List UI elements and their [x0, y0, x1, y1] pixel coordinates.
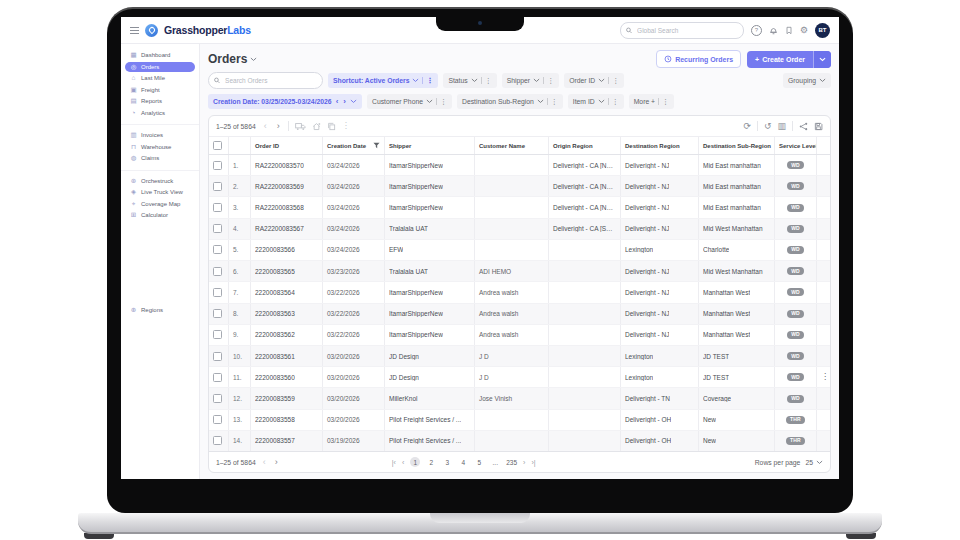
col-header-shipper[interactable]: Shipper	[385, 137, 475, 154]
table-row[interactable]: 12. 22200083559 03/20/2026 MillerKnol Jo…	[209, 388, 830, 409]
sidebar-item-analytics[interactable]: ◔Analytics	[125, 108, 195, 119]
next-page-icon[interactable]: ›	[523, 459, 525, 466]
kebab-icon[interactable]: ⋮	[658, 98, 669, 105]
sidebar-item-claims[interactable]: ◍Claims	[125, 153, 195, 164]
row-checkbox[interactable]	[213, 394, 222, 403]
order-id-link[interactable]: 22200083558	[255, 416, 295, 423]
kebab-icon[interactable]: ⋮	[543, 77, 554, 84]
shipper-link[interactable]: ItamarShipperNew	[389, 162, 443, 169]
bell-icon[interactable]	[769, 26, 778, 35]
next-range-icon[interactable]: ›	[342, 98, 347, 106]
copy-icon[interactable]	[327, 122, 336, 131]
destination-sub-region-link[interactable]: Charlotte	[703, 246, 729, 253]
destination-region-link[interactable]: Deliveright - TN	[625, 395, 670, 402]
destination-region-link[interactable]: Deliveright - NJ	[625, 310, 669, 317]
row-checkbox[interactable]	[213, 436, 222, 445]
shipper-link[interactable]: EFW	[389, 246, 403, 253]
table-row[interactable]: 11. 22200083560 03/20/2026 JD Design J D…	[209, 367, 830, 388]
truck-icon[interactable]	[295, 122, 306, 131]
order-id-link[interactable]: RA22200083570	[255, 162, 304, 169]
shipper-link[interactable]: ItamarShipperNew	[389, 183, 443, 190]
table-row[interactable]: 1. RA22200083570 03/24/2026 ItamarShippe…	[209, 155, 830, 176]
page-number-...[interactable]: ...	[490, 457, 500, 467]
share-icon[interactable]	[799, 122, 808, 131]
filter-chip-shortcut-active-orders[interactable]: Shortcut: Active Orders⋮	[328, 73, 438, 88]
global-search[interactable]	[620, 22, 744, 39]
sidebar-item-invoices[interactable]: ▥Invoices	[125, 130, 195, 141]
table-row[interactable]: 8. 22200083563 03/22/2026 ItamarShipperN…	[209, 304, 830, 325]
row-checkbox[interactable]	[213, 267, 222, 276]
orders-search-input[interactable]	[223, 76, 317, 85]
table-row[interactable]: 13. 22200083558 03/20/2026 Pilot Freight…	[209, 410, 830, 431]
row-menu-icon[interactable]: ⋮	[821, 373, 829, 381]
table-row[interactable]: 6. 22200083565 03/23/2026 Tralalala UAT …	[209, 261, 830, 282]
order-id-link[interactable]: 22200083557	[255, 437, 295, 444]
columns-icon[interactable]: ▥	[777, 122, 786, 131]
col-header-order-id[interactable]: Order ID	[251, 137, 323, 154]
destination-region-link[interactable]: Deliveright - NJ	[625, 225, 669, 232]
destination-sub-region-link[interactable]: Manhattan West	[703, 331, 750, 338]
destination-region-link[interactable]: Deliveright - NJ	[625, 204, 669, 211]
app-logo[interactable]: GrasshopperLabs	[164, 24, 251, 36]
first-page-icon[interactable]: |‹	[392, 459, 396, 466]
kebab-icon[interactable]: ⋮	[547, 98, 558, 105]
destination-region-link[interactable]: Lexington	[625, 353, 653, 360]
table-row[interactable]: 7. 22200083564 03/22/2026 ItamarShipperN…	[209, 282, 830, 303]
origin-region-link[interactable]: Deliveright - CA [NorCal]	[553, 162, 616, 169]
table-row[interactable]: 5. 22200083566 03/24/2026 EFW Lexington …	[209, 240, 830, 261]
last-page-icon[interactable]: ›|	[531, 459, 535, 466]
order-id-link[interactable]: 22200083562	[255, 331, 295, 338]
global-search-input[interactable]	[635, 26, 738, 35]
kebab-icon[interactable]: ⋮	[608, 98, 619, 105]
order-id-link[interactable]: RA22200083569	[255, 183, 304, 190]
kebab-icon[interactable]: ⋮	[481, 77, 492, 84]
refresh-icon[interactable]: ⟳	[743, 122, 751, 131]
order-id-link[interactable]: 22200083563	[255, 310, 295, 317]
table-row[interactable]: 10. 22200083561 03/20/2026 JD Design J D…	[209, 346, 830, 367]
shipper-link[interactable]: Pilot Freight Services / ...	[389, 416, 461, 423]
origin-region-link[interactable]: Deliveright - CA [SoCal]	[553, 225, 616, 232]
destination-sub-region-link[interactable]: Manhattan West	[703, 289, 750, 296]
row-checkbox[interactable]	[213, 203, 222, 212]
sidebar-item-orchestruck[interactable]: ⊛Orchestruck	[125, 176, 195, 187]
destination-region-link[interactable]: Deliveright - NJ	[625, 268, 669, 275]
filter-chip-customer-phone[interactable]: Customer Phone⋮	[367, 94, 452, 109]
order-id-link[interactable]: 22200083566	[255, 246, 295, 253]
table-row[interactable]: 3. RA22200083568 03/24/2026 ItamarShippe…	[209, 197, 830, 218]
bookmark-icon[interactable]	[785, 26, 793, 35]
prev-range-icon[interactable]: ‹	[335, 98, 340, 106]
shipper-link[interactable]: Tralalala UAT	[389, 268, 428, 275]
save-icon[interactable]	[814, 122, 823, 131]
destination-region-link[interactable]: Deliveright - NJ	[625, 331, 669, 338]
destination-sub-region-link[interactable]: JD TEST	[703, 353, 729, 360]
destination-region-link[interactable]: Lexington	[625, 246, 653, 253]
sidebar-item-reports[interactable]: ▤Reports	[125, 96, 195, 107]
destination-sub-region-link[interactable]: Mid East manhattan	[703, 204, 761, 211]
shipper-link[interactable]: ItamarShipperNew	[389, 204, 443, 211]
row-checkbox[interactable]	[213, 373, 222, 382]
filter-chip-item-id[interactable]: Item ID⋮	[568, 94, 624, 109]
recurring-orders-button[interactable]: Recurring Orders	[656, 50, 741, 68]
shipper-link[interactable]: Pilot Freight Services / ...	[389, 437, 461, 444]
row-checkbox[interactable]	[213, 161, 222, 170]
grouping-dropdown[interactable]: Grouping	[783, 73, 831, 88]
sidebar-item-freight[interactable]: ▣Freight	[125, 85, 195, 96]
filter-chip-order-id[interactable]: Order ID⋮	[564, 73, 624, 88]
order-id-link[interactable]: 22200083561	[255, 353, 295, 360]
order-id-link[interactable]: 22200083565	[255, 268, 295, 275]
sidebar-item-warehouse[interactable]: ⊓Warehouse	[125, 142, 195, 153]
row-checkbox[interactable]	[213, 352, 222, 361]
destination-region-link[interactable]: Deliveright - NJ	[625, 183, 669, 190]
shipper-link[interactable]: JD Design	[389, 353, 419, 360]
col-header-creation-date[interactable]: Creation Date	[323, 137, 385, 154]
order-id-link[interactable]: RA22200083567	[255, 225, 304, 232]
page-number-1[interactable]: 1	[410, 457, 420, 467]
destination-sub-region-link[interactable]: Manhattan West	[703, 310, 750, 317]
gear-icon[interactable]: ⚙	[800, 26, 808, 35]
row-checkbox[interactable]	[213, 288, 222, 297]
page-number-4[interactable]: 4	[458, 457, 468, 467]
help-icon[interactable]: ?	[751, 25, 762, 36]
destination-region-link[interactable]: Deliveright - NJ	[625, 289, 669, 296]
filter-chip-status[interactable]: Status⋮	[443, 73, 496, 88]
destination-sub-region-link[interactable]: New	[703, 416, 716, 423]
